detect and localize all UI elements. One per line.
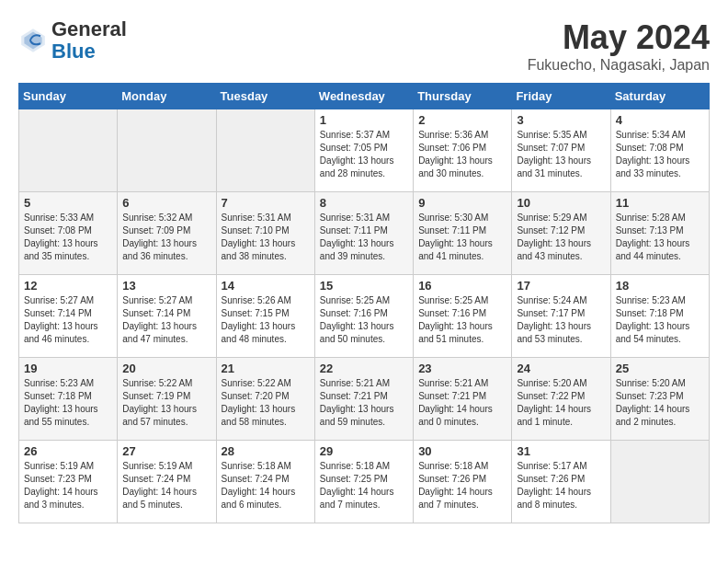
calendar-day-cell: 26Sunrise: 5:19 AM Sunset: 7:23 PM Dayli… [19,441,118,523]
calendar-day-cell: 14Sunrise: 5:26 AM Sunset: 7:15 PM Dayli… [216,275,314,358]
calendar-day-cell: 30Sunrise: 5:18 AM Sunset: 7:26 PM Dayli… [414,441,512,523]
calendar-day-cell: 7Sunrise: 5:31 AM Sunset: 7:10 PM Daylig… [216,192,314,275]
calendar-day-cell: 20Sunrise: 5:22 AM Sunset: 7:19 PM Dayli… [118,358,216,441]
title-area: May 2024 Fukuecho, Nagasaki, Japan [528,18,710,74]
calendar-day-cell: 4Sunrise: 5:34 AM Sunset: 7:08 PM Daylig… [610,109,709,192]
header: General Blue May 2024 Fukuecho, Nagasaki… [18,18,710,74]
day-number: 26 [24,444,112,458]
calendar-day-cell: 6Sunrise: 5:32 AM Sunset: 7:09 PM Daylig… [118,192,216,275]
day-info: Sunrise: 5:28 AM Sunset: 7:13 PM Dayligh… [616,212,704,263]
day-info: Sunrise: 5:23 AM Sunset: 7:18 PM Dayligh… [24,377,112,429]
day-number: 3 [517,113,605,127]
day-info: Sunrise: 5:22 AM Sunset: 7:20 PM Dayligh… [222,377,310,429]
day-number: 4 [616,113,704,127]
logo-blue: Blue [51,40,96,63]
day-info: Sunrise: 5:27 AM Sunset: 7:14 PM Dayligh… [24,294,112,346]
logo-text: General Blue [51,18,127,63]
calendar-header-cell: Thursday [414,84,512,109]
calendar-day-cell [19,109,118,192]
calendar-day-cell: 22Sunrise: 5:21 AM Sunset: 7:21 PM Dayli… [314,358,413,441]
calendar-header-cell: Friday [512,84,610,109]
day-info: Sunrise: 5:33 AM Sunset: 7:08 PM Dayligh… [24,212,112,263]
day-info: Sunrise: 5:21 AM Sunset: 7:21 PM Dayligh… [320,377,408,429]
calendar-day-cell: 21Sunrise: 5:22 AM Sunset: 7:20 PM Dayli… [216,358,314,441]
day-info: Sunrise: 5:21 AM Sunset: 7:21 PM Dayligh… [418,377,506,429]
day-number: 25 [616,362,704,375]
day-number: 22 [320,362,408,375]
day-info: Sunrise: 5:35 AM Sunset: 7:07 PM Dayligh… [517,129,605,180]
calendar-day-cell: 10Sunrise: 5:29 AM Sunset: 7:12 PM Dayli… [512,192,610,275]
day-info: Sunrise: 5:20 AM Sunset: 7:23 PM Dayligh… [616,377,704,429]
day-info: Sunrise: 5:36 AM Sunset: 7:06 PM Dayligh… [418,129,506,180]
logo-general: General [51,17,127,40]
day-info: Sunrise: 5:23 AM Sunset: 7:18 PM Dayligh… [616,294,704,346]
calendar-day-cell: 31Sunrise: 5:17 AM Sunset: 7:26 PM Dayli… [512,441,610,523]
calendar-day-cell [610,441,709,523]
day-info: Sunrise: 5:27 AM Sunset: 7:14 PM Dayligh… [122,294,210,346]
day-number: 6 [122,196,210,210]
calendar-day-cell: 5Sunrise: 5:33 AM Sunset: 7:08 PM Daylig… [19,192,118,275]
calendar-day-cell: 19Sunrise: 5:23 AM Sunset: 7:18 PM Dayli… [19,358,118,441]
calendar-week-row: 12Sunrise: 5:27 AM Sunset: 7:14 PM Dayli… [19,275,710,358]
calendar-day-cell: 24Sunrise: 5:20 AM Sunset: 7:22 PM Dayli… [512,358,610,441]
calendar-day-cell: 16Sunrise: 5:25 AM Sunset: 7:16 PM Dayli… [414,275,512,358]
day-number: 14 [222,279,310,293]
day-info: Sunrise: 5:26 AM Sunset: 7:15 PM Dayligh… [222,294,310,346]
calendar-day-cell: 18Sunrise: 5:23 AM Sunset: 7:18 PM Dayli… [610,275,709,358]
calendar-week-row: 1Sunrise: 5:37 AM Sunset: 7:05 PM Daylig… [19,109,710,192]
calendar-day-cell: 12Sunrise: 5:27 AM Sunset: 7:14 PM Dayli… [19,275,118,358]
logo-icon [18,26,48,55]
day-number: 8 [320,196,408,210]
day-info: Sunrise: 5:32 AM Sunset: 7:09 PM Dayligh… [122,212,210,263]
day-info: Sunrise: 5:19 AM Sunset: 7:24 PM Dayligh… [122,460,210,511]
day-info: Sunrise: 5:25 AM Sunset: 7:16 PM Dayligh… [320,294,408,346]
day-info: Sunrise: 5:25 AM Sunset: 7:16 PM Dayligh… [418,294,506,346]
day-info: Sunrise: 5:18 AM Sunset: 7:26 PM Dayligh… [418,460,506,511]
calendar-day-cell [216,109,314,192]
day-info: Sunrise: 5:17 AM Sunset: 7:26 PM Dayligh… [517,460,605,511]
day-info: Sunrise: 5:31 AM Sunset: 7:10 PM Dayligh… [222,212,310,263]
day-info: Sunrise: 5:24 AM Sunset: 7:17 PM Dayligh… [517,294,605,346]
day-number: 31 [517,444,605,458]
calendar-table: SundayMondayTuesdayWednesdayThursdayFrid… [18,83,710,523]
day-number: 27 [122,444,210,458]
day-info: Sunrise: 5:22 AM Sunset: 7:19 PM Dayligh… [122,377,210,429]
day-info: Sunrise: 5:29 AM Sunset: 7:12 PM Dayligh… [517,212,605,263]
calendar-week-row: 26Sunrise: 5:19 AM Sunset: 7:23 PM Dayli… [19,441,710,523]
day-number: 20 [122,362,210,375]
day-info: Sunrise: 5:37 AM Sunset: 7:05 PM Dayligh… [320,129,408,180]
day-number: 7 [222,196,310,210]
calendar-week-row: 5Sunrise: 5:33 AM Sunset: 7:08 PM Daylig… [19,192,710,275]
day-info: Sunrise: 5:34 AM Sunset: 7:08 PM Dayligh… [616,129,704,180]
day-number: 10 [517,196,605,210]
calendar-header-row: SundayMondayTuesdayWednesdayThursdayFrid… [19,84,710,109]
calendar-day-cell: 1Sunrise: 5:37 AM Sunset: 7:05 PM Daylig… [314,109,413,192]
calendar-day-cell: 23Sunrise: 5:21 AM Sunset: 7:21 PM Dayli… [414,358,512,441]
day-number: 23 [418,362,506,375]
calendar-header-cell: Saturday [610,84,709,109]
calendar-header-cell: Monday [118,84,216,109]
calendar-day-cell: 9Sunrise: 5:30 AM Sunset: 7:11 PM Daylig… [414,192,512,275]
day-number: 1 [320,113,408,127]
calendar-day-cell: 13Sunrise: 5:27 AM Sunset: 7:14 PM Dayli… [118,275,216,358]
day-info: Sunrise: 5:20 AM Sunset: 7:22 PM Dayligh… [517,377,605,429]
calendar-day-cell: 25Sunrise: 5:20 AM Sunset: 7:23 PM Dayli… [610,358,709,441]
day-number: 11 [616,196,704,210]
calendar-header-cell: Wednesday [314,84,413,109]
calendar-week-row: 19Sunrise: 5:23 AM Sunset: 7:18 PM Dayli… [19,358,710,441]
day-number: 24 [517,362,605,375]
calendar-day-cell: 2Sunrise: 5:36 AM Sunset: 7:06 PM Daylig… [414,109,512,192]
day-number: 13 [122,279,210,293]
day-number: 2 [418,113,506,127]
day-number: 5 [24,196,112,210]
day-number: 16 [418,279,506,293]
day-number: 28 [222,444,310,458]
day-number: 18 [616,279,704,293]
day-number: 17 [517,279,605,293]
day-number: 15 [320,279,408,293]
calendar-header-cell: Tuesday [216,84,314,109]
day-number: 21 [222,362,310,375]
calendar-day-cell: 3Sunrise: 5:35 AM Sunset: 7:07 PM Daylig… [512,109,610,192]
calendar-day-cell: 29Sunrise: 5:18 AM Sunset: 7:25 PM Dayli… [314,441,413,523]
day-number: 9 [418,196,506,210]
